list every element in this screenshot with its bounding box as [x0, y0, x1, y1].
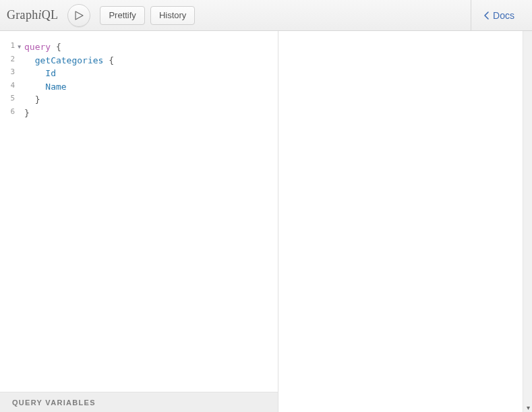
code-line: 5 }: [0, 93, 278, 107]
scroll-down-arrow-icon[interactable]: ▾: [523, 403, 532, 412]
code-line: 2 getCategories {: [0, 54, 278, 67]
code-line: 3 Id: [0, 67, 278, 80]
code-source: query {: [19, 40, 61, 54]
gutter-line-number: 2: [0, 54, 19, 67]
execute-button[interactable]: [67, 4, 90, 27]
gutter-line-number: 6: [0, 107, 19, 120]
app-logo: GraphiQL: [7, 8, 58, 22]
prettify-button[interactable]: Prettify: [100, 6, 144, 25]
code-source: getCategories {: [19, 54, 114, 67]
play-icon: [75, 11, 84, 20]
logo-part-ql: QL: [42, 8, 59, 22]
result-pane: [278, 31, 532, 412]
logo-part-graph: Graph: [7, 8, 38, 22]
topbar: GraphiQL Prettify History Docs: [0, 0, 532, 31]
query-editor[interactable]: 1▼query {2 getCategories {3 Id4 Name5 }6…: [0, 31, 278, 392]
fold-marker-icon[interactable]: ▼: [18, 43, 21, 51]
docs-toggle[interactable]: Docs: [471, 0, 525, 30]
code-source: Id: [19, 67, 56, 80]
code-line: 4 Name: [0, 80, 278, 94]
scrollbar-vertical[interactable]: ▾: [523, 31, 532, 412]
chevron-left-icon: [483, 11, 490, 20]
history-button[interactable]: History: [150, 6, 195, 25]
code-source: }: [19, 107, 30, 120]
query-variables-label: Query Variables: [12, 399, 96, 407]
gutter-line-number: 4: [0, 80, 19, 94]
gutter-line-number: 1▼: [0, 40, 19, 54]
code-source: }: [19, 93, 40, 107]
code-line: 1▼query {: [0, 40, 278, 54]
query-pane: 1▼query {2 getCategories {3 Id4 Name5 }6…: [0, 31, 278, 412]
gutter-line-number: 3: [0, 67, 19, 80]
docs-label: Docs: [493, 10, 514, 21]
query-variables-bar[interactable]: Query Variables: [0, 392, 278, 412]
code-source: Name: [19, 80, 67, 94]
main: 1▼query {2 getCategories {3 Id4 Name5 }6…: [0, 31, 532, 412]
gutter-line-number: 5: [0, 93, 19, 107]
code-line: 6}: [0, 107, 278, 120]
